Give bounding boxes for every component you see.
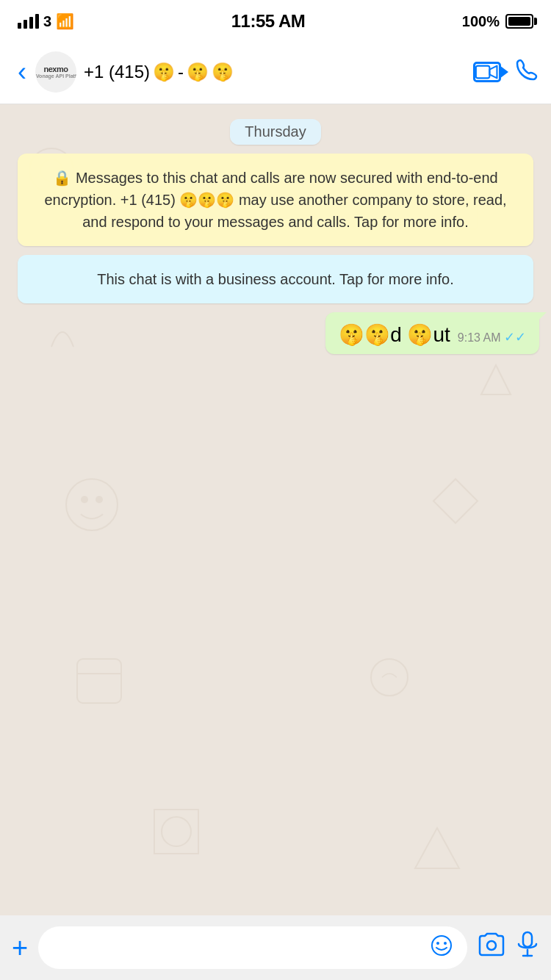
business-account-notice[interactable]: This chat is with a business account. Ta…	[18, 255, 533, 303]
logo-tagline: The Vonage API Platform	[35, 73, 76, 79]
nav-bar: ‹ nexmo The Vonage API Platform +1 (415)…	[0, 40, 551, 104]
day-label: Thursday	[230, 119, 320, 145]
emoji-shush-2: 🤫	[187, 62, 209, 82]
nav-actions	[473, 57, 539, 86]
svg-point-18	[487, 941, 496, 950]
carrier-label: 3	[43, 13, 51, 30]
sent-message-wrap: 🤫🤫d 🤫ut 9:13 AM ✓✓	[12, 312, 539, 354]
status-left: 3 📶	[18, 12, 74, 30]
svg-point-5	[66, 479, 118, 530]
status-bar: 3 📶 11:55 AM 100%	[0, 0, 551, 40]
phone-prefix: +1 (415)	[84, 62, 150, 82]
message-input-container[interactable]	[38, 926, 467, 969]
chat-content: Thursday 🔒 Messages to this chat and cal…	[0, 104, 551, 369]
input-bar: +	[0, 915, 551, 980]
sticker-icon[interactable]	[431, 934, 453, 962]
svg-rect-8	[77, 659, 121, 703]
svg-point-7	[96, 496, 103, 503]
back-button[interactable]: ‹	[12, 56, 32, 88]
svg-point-11	[162, 817, 191, 846]
sent-message-time: 9:13 AM ✓✓	[458, 329, 526, 345]
svg-point-10	[371, 659, 408, 696]
video-call-icon[interactable]	[473, 62, 501, 82]
signal-bars	[18, 14, 39, 29]
encryption-notice[interactable]: 🔒 Messages to this chat and calls are no…	[18, 154, 533, 246]
phone-call-icon[interactable]	[516, 57, 539, 86]
contact-avatar: nexmo The Vonage API Platform	[35, 51, 76, 93]
camera-icon[interactable]	[478, 932, 505, 963]
svg-point-6	[81, 496, 88, 503]
battery-icon	[505, 14, 533, 29]
chat-area: Hi Thursday 🔒 Messages to this chat and …	[0, 104, 551, 915]
battery-fill	[508, 17, 530, 26]
logo-name: nexmo	[44, 65, 68, 73]
battery-percent: 100%	[462, 13, 500, 30]
sent-message-text: 🤫🤫d 🤫ut	[339, 323, 450, 347]
phone-separator: -	[178, 62, 184, 82]
svg-rect-0	[476, 65, 490, 78]
svg-point-16	[436, 942, 439, 945]
add-button[interactable]: +	[12, 934, 28, 962]
contact-name: +1 (415) 🤫-🤫🤫	[84, 62, 234, 82]
svg-rect-19	[523, 932, 532, 947]
svg-marker-4	[481, 365, 511, 394]
microphone-icon[interactable]	[516, 931, 539, 965]
status-time: 11:55 AM	[231, 11, 305, 32]
contact-info[interactable]: nexmo The Vonage API Platform +1 (415) 🤫…	[35, 51, 473, 93]
status-right: 100%	[462, 13, 533, 30]
sent-message-bubble: 🤫🤫d 🤫ut 9:13 AM ✓✓	[325, 312, 539, 354]
read-receipts: ✓✓	[504, 330, 526, 345]
emoji-shush-3: 🤫	[212, 62, 234, 82]
emoji-shush-1: 🤫	[153, 62, 175, 82]
svg-point-17	[444, 942, 447, 945]
wifi-icon: 📶	[56, 12, 74, 30]
